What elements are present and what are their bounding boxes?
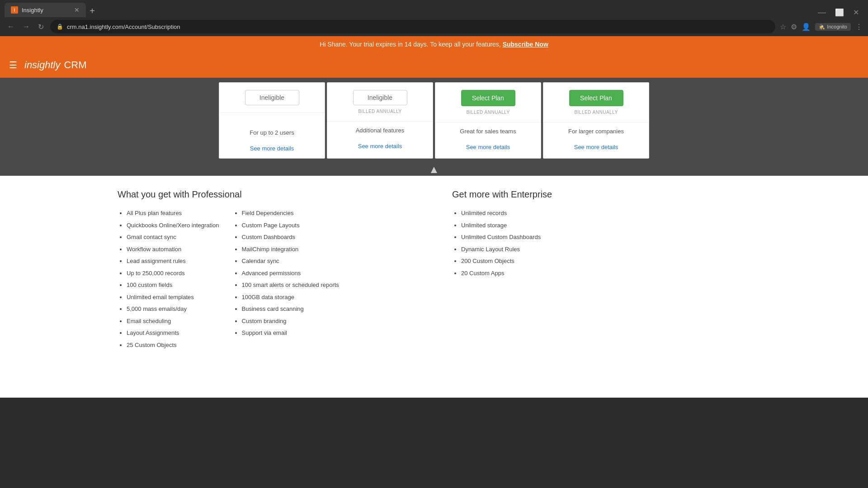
list-item: Unlimited Custom Dashboards [461, 233, 750, 242]
menu-icon[interactable]: ⋮ [855, 23, 863, 31]
incognito-badge: 🕵 Incognito [815, 23, 851, 31]
professional-title: What you get with Professional [118, 189, 416, 200]
ineligible-button-free: Ineligible [245, 90, 299, 105]
list-item: Quickbooks Online/Xero integration [127, 221, 219, 230]
pricing-section: Ineligible For up to 2 users See more de… [0, 78, 868, 176]
address-bar-actions: ☆ ⚙ 👤 🕵 Incognito ⋮ [780, 23, 863, 31]
list-item: Business card scanning [242, 305, 339, 314]
see-more-link-plus[interactable]: See more details [327, 139, 433, 156]
trial-banner: Hi Shane. Your trial expires in 14 days.… [0, 36, 868, 52]
plan-card-enterprise: Select Plan BILLED ANNUALLY For larger c… [543, 82, 649, 159]
tab-close-button[interactable]: ✕ [74, 6, 80, 14]
app-header: ☰ insightly CRM [0, 52, 868, 78]
list-item: Unlimited storage [461, 221, 750, 230]
list-item: 100 smart alerts or scheduled reports [242, 281, 339, 290]
list-item: Custom branding [242, 317, 339, 326]
product-label: CRM [64, 59, 86, 71]
list-item: Custom Dashboards [242, 233, 339, 242]
plan-description-enterprise: For larger companies [543, 122, 649, 140]
plan-card-top-enterprise: Select Plan BILLED ANNUALLY [543, 83, 649, 122]
url-bar[interactable]: 🔒 crm.na1.insightly.com/Account/Subscrip… [50, 20, 775, 33]
tab-title: Insightly [22, 7, 43, 14]
enterprise-features: Get more with Enterprise Unlimited recor… [452, 189, 750, 352]
professional-features-lists: All Plus plan features Quickbooks Online… [118, 209, 416, 352]
features-section: What you get with Professional All Plus … [0, 176, 868, 371]
plan-card-plus: Ineligible BILLED ANNUALLY Additional fe… [327, 82, 433, 159]
tab-favicon: i [11, 6, 18, 14]
see-more-link-enterprise[interactable]: See more details [543, 140, 649, 157]
select-plan-button-professional[interactable]: Select Plan [461, 90, 515, 106]
profile-icon[interactable]: 👤 [802, 23, 811, 31]
billed-annually-plus: BILLED ANNUALLY [335, 109, 425, 114]
list-item: 5,000 mass emails/day [127, 305, 219, 314]
list-item: Unlimited records [461, 209, 750, 218]
list-item: MailChimp integration [242, 245, 339, 254]
see-more-link-professional[interactable]: See more details [435, 140, 541, 157]
list-item: Unlimited email templates [127, 293, 219, 302]
plan-description-professional: Great for sales teams [435, 122, 541, 140]
logo-text: insightly [24, 59, 60, 71]
bookmark-icon[interactable]: ☆ [780, 23, 786, 31]
list-item: All Plus plan features [127, 209, 219, 218]
address-bar: ← → ↻ 🔒 crm.na1.insightly.com/Account/Su… [0, 17, 868, 36]
plan-card-top-professional: Select Plan BILLED ANNUALLY [435, 83, 541, 122]
bottom-spacer [0, 371, 868, 398]
plan-card-top-plus: Ineligible BILLED ANNUALLY [327, 83, 433, 122]
list-item: Support via email [242, 328, 339, 338]
lock-icon: 🔒 [57, 23, 63, 30]
url-text: crm.na1.insightly.com/Account/Subscripti… [67, 23, 769, 30]
professional-col2: Field Dependencies Custom Page Layouts C… [233, 209, 339, 352]
plan-card-free: Ineligible For up to 2 users See more de… [219, 82, 325, 159]
professional-features: What you get with Professional All Plus … [118, 189, 416, 352]
professional-col1: All Plus plan features Quickbooks Online… [118, 209, 219, 352]
extensions-icon[interactable]: ⚙ [791, 23, 797, 31]
billed-annually-professional: BILLED ANNUALLY [443, 110, 533, 115]
enterprise-title: Get more with Enterprise [452, 189, 750, 200]
enterprise-col1: Unlimited records Unlimited storage Unli… [452, 209, 750, 277]
subscribe-now-link[interactable]: Subscribe Now [503, 41, 548, 48]
list-item: Lead assignment rules [127, 257, 219, 266]
list-item: Calendar sync [242, 257, 339, 266]
hamburger-menu-icon[interactable]: ☰ [9, 60, 17, 70]
refresh-button[interactable]: ↻ [36, 21, 46, 33]
list-item: 100GB data storage [242, 293, 339, 302]
list-item: Up to 250,000 records [127, 269, 219, 278]
list-item: Advanced permissions [242, 269, 339, 278]
list-item: Layout Assignments [127, 328, 219, 338]
plan-cards: Ineligible For up to 2 users See more de… [108, 78, 760, 159]
features-wrapper: What you get with Professional All Plus … [118, 189, 750, 352]
plan-card-top-free: Ineligible [219, 83, 325, 113]
arrow-indicator: ▲ [108, 159, 760, 176]
list-item: Workflow automation [127, 245, 219, 254]
select-plan-button-enterprise[interactable]: Select Plan [569, 90, 623, 106]
list-item: Custom Page Layouts [242, 221, 339, 230]
list-item: 20 Custom Apps [461, 269, 750, 278]
plan-description-free: For up to 2 users [219, 124, 325, 141]
maximize-button[interactable]: ⬜ [835, 8, 844, 17]
list-item: Dynamic Layout Rules [461, 245, 750, 254]
logo-area: insightly CRM [24, 59, 87, 71]
tab-bar: i Insightly ✕ + — ⬜ ✕ [0, 0, 868, 17]
ineligible-button-plus: Ineligible [353, 90, 407, 105]
close-button[interactable]: ✕ [853, 8, 859, 17]
back-button[interactable]: ← [5, 21, 16, 33]
app-container: Hi Shane. Your trial expires in 14 days.… [0, 36, 868, 398]
banner-text: Hi Shane. Your trial expires in 14 days.… [320, 41, 502, 48]
plan-description-plus: Additional features [327, 122, 433, 139]
list-item: Field Dependencies [242, 209, 339, 218]
see-more-link-free[interactable]: See more details [219, 141, 325, 158]
list-item: Email scheduling [127, 317, 219, 326]
list-item: 100 custom fields [127, 281, 219, 290]
minimize-button[interactable]: — [818, 8, 826, 17]
billed-annually-enterprise: BILLED ANNUALLY [551, 110, 642, 115]
plan-card-professional: Select Plan BILLED ANNUALLY Great for sa… [435, 82, 541, 159]
list-item: 25 Custom Objects [127, 341, 219, 350]
list-item: Gmail contact sync [127, 233, 219, 242]
active-tab[interactable]: i Insightly ✕ [5, 3, 86, 17]
forward-button[interactable]: → [21, 21, 32, 33]
new-tab-button[interactable]: + [86, 5, 99, 17]
list-item: 200 Custom Objects [461, 257, 750, 266]
